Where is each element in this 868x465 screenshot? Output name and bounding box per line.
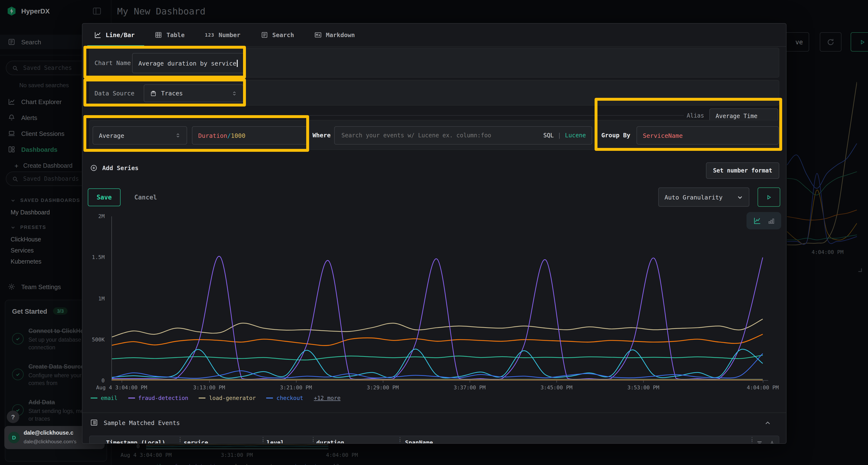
active-tab-underline <box>87 45 144 46</box>
column-drag-handle[interactable]: ⋮⋮ <box>749 438 750 444</box>
app-screen: HyperDX Search No saved searches Chart E… <box>0 0 868 465</box>
where-search-input[interactable]: SQL | Lucene <box>334 126 592 144</box>
tab-line-bar[interactable]: Line/Bar <box>94 31 134 38</box>
number-123-icon: 123 <box>205 32 214 38</box>
column-drag-handle[interactable]: ⋮⋮ <box>260 438 261 444</box>
legend-item-checkout[interactable]: checkout <box>267 395 303 401</box>
data-source-select[interactable]: Traces <box>144 84 244 102</box>
aggregation-value: Average <box>99 132 175 139</box>
legend-swatch <box>91 398 97 399</box>
search-doc-icon <box>261 31 268 38</box>
legend-item-load-generator[interactable]: load-generator <box>199 395 256 401</box>
save-button[interactable]: Save <box>88 189 121 206</box>
column-header-timestamp[interactable]: Timestamp (Local) <box>106 439 165 444</box>
chevron-down-icon <box>737 194 743 200</box>
expression-token: Duration <box>198 132 227 139</box>
tab-markdown[interactable]: Markdown <box>314 31 355 38</box>
x-axis-tick: 3:29:00 PM <box>367 385 399 391</box>
column-header-spanname[interactable]: SpanName <box>405 439 433 444</box>
run-chart-button[interactable] <box>757 188 780 207</box>
set-number-format-button[interactable]: Set number format <box>706 162 779 179</box>
lang-lucene-toggle[interactable]: Lucene <box>565 132 586 139</box>
chart-name-value: Average duration by service <box>138 60 236 67</box>
data-source-row: Data Source Traces <box>89 80 779 105</box>
tab-search[interactable]: Search <box>261 31 294 38</box>
granularity-select[interactable]: Auto Granularity <box>658 188 749 207</box>
download-icon[interactable] <box>769 440 775 444</box>
group-by-label: Group By <box>601 132 630 139</box>
user-meta: dale@clickhouse.com's <box>24 438 76 444</box>
chart-name-label: Chart Name <box>94 59 131 66</box>
chart-type-tabs: Line/Bar Table 123 Number Search <box>83 24 786 47</box>
tab-label: Number <box>219 31 240 38</box>
legend-label: checkout <box>277 395 303 401</box>
aggregation-select[interactable]: Average <box>93 126 187 144</box>
where-input-field[interactable] <box>340 132 539 139</box>
legend-item-fraud-detection[interactable]: fraud-detection <box>128 395 188 401</box>
collapse-section-chevron-icon[interactable] <box>764 420 771 427</box>
legend-more-link[interactable]: +12 more <box>314 395 341 401</box>
group-by-value: ServiceName <box>643 132 683 139</box>
tab-label: Line/Bar <box>105 31 134 38</box>
legend-label: email <box>101 395 117 401</box>
legend-item-email[interactable]: email <box>91 395 117 401</box>
field-expression-input[interactable]: Duration / 1000 <box>192 126 308 144</box>
x-axis-tick: 3:53:00 PM <box>627 385 659 391</box>
lang-sql-toggle[interactable]: SQL <box>543 132 554 139</box>
series-divider <box>89 115 684 115</box>
plus-circle-icon <box>90 164 97 171</box>
data-source-label: Data Source <box>94 90 134 97</box>
column-header-level[interactable]: level <box>267 439 284 444</box>
chart-legend: email fraud-detection load-generator che… <box>91 395 340 401</box>
x-axis-labels: Aug 4 3:04:00 PM3:13:00 PM3:21:00 PM3:29… <box>112 381 768 390</box>
granularity-value: Auto Granularity <box>664 194 732 201</box>
tab-table[interactable]: Table <box>155 31 184 38</box>
x-axis-tick: 3:13:00 PM <box>193 385 225 391</box>
add-series-button[interactable]: Add Series <box>90 164 138 171</box>
x-axis-tick: 3:37:00 PM <box>454 385 486 391</box>
help-button[interactable]: ? <box>7 410 19 423</box>
filter-icon[interactable] <box>756 440 763 444</box>
cancel-button[interactable]: Cancel <box>129 189 162 206</box>
tab-label: Markdown <box>326 31 355 38</box>
table-icon <box>155 31 162 38</box>
user-name: dale@clickhouse.c <box>24 430 73 436</box>
column-drag-handle[interactable]: ⋮⋮ <box>311 438 311 444</box>
column-drag-handle[interactable]: ⋮⋮ <box>178 438 179 444</box>
event-list-icon <box>90 419 98 427</box>
where-label: Where <box>312 132 331 139</box>
tab-label: Table <box>166 31 184 38</box>
main-chart-svg <box>112 217 768 381</box>
tab-label: Search <box>272 31 294 38</box>
events-table-header: Timestamp (Local) ⋮⋮ service ⋮⋮ level ⋮⋮… <box>89 436 779 444</box>
lang-divider: | <box>558 132 561 139</box>
bar-display-icon[interactable] <box>768 217 775 224</box>
play-icon <box>766 194 772 200</box>
column-header-duration[interactable]: duration <box>316 439 344 444</box>
legend-label: fraud-detection <box>138 395 188 401</box>
series-row: Average Duration / 1000 Where SQL | Luce… <box>89 120 779 150</box>
line-chart-icon <box>94 31 101 38</box>
column-header-service[interactable]: service <box>184 439 208 444</box>
add-series-label: Add Series <box>102 164 138 171</box>
group-by-input[interactable]: ServiceName <box>637 126 779 144</box>
y-axis-tick: 1M <box>98 295 105 302</box>
x-axis-tick: 4:04:00 PM <box>747 385 779 391</box>
chart-name-row: Chart Name Average duration by service <box>89 48 779 77</box>
sample-events-title: Sample Matched Events <box>104 419 180 426</box>
chart-name-input[interactable]: Average duration by service <box>132 53 245 73</box>
y-axis-line <box>112 217 112 381</box>
select-updown-icon <box>231 90 237 96</box>
expression-token: / <box>227 132 231 139</box>
column-drag-handle[interactable]: ⋮⋮ <box>397 438 398 444</box>
section-divider <box>83 412 786 413</box>
chart-plot-area[interactable]: 0500K1M1.5M2M Aug 4 3:04:00 PM3:13:00 PM… <box>112 217 768 381</box>
y-axis-labels: 0500K1M1.5M2M <box>83 217 110 381</box>
tab-number[interactable]: 123 Number <box>205 31 240 38</box>
y-axis-tick: 1.5M <box>92 255 105 261</box>
legend-swatch <box>267 398 273 399</box>
x-axis-tick: Aug 4 3:04:00 PM <box>96 385 147 391</box>
avatar: D <box>8 432 20 443</box>
sample-events-header[interactable]: Sample Matched Events <box>90 419 180 427</box>
edit-chart-modal: Line/Bar Table 123 Number Search <box>82 23 786 444</box>
